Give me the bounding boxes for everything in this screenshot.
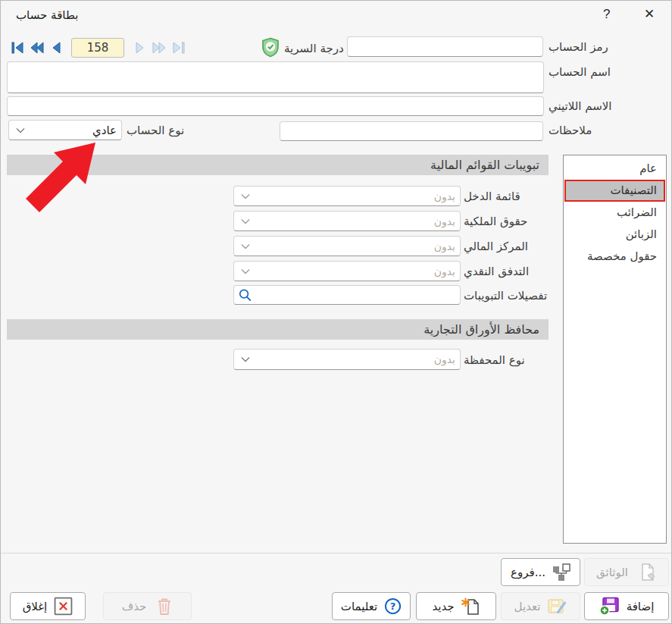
new-button[interactable]: جديد — [416, 592, 496, 620]
notes-input[interactable] — [280, 121, 543, 141]
first-record-icon — [10, 40, 25, 55]
chevron-down-icon — [241, 218, 250, 224]
latin-name-input[interactable] — [7, 96, 544, 116]
documents-button[interactable]: الوثائق — [584, 558, 669, 586]
tab-customers[interactable]: الزبائن — [564, 224, 665, 246]
fast-previous-button[interactable] — [28, 39, 45, 58]
account-code-label: رمز الحساب — [549, 40, 608, 54]
close-label: إغلاق — [23, 600, 48, 613]
portfolio-type-value: بدون — [434, 353, 455, 365]
tab-details-search-input[interactable] — [233, 285, 461, 305]
tab-custom-fields[interactable]: حقول مخصصة — [564, 246, 665, 268]
security-level-label: درجة السرية — [284, 42, 344, 55]
income-statement-label: قائمة الدخل — [464, 190, 520, 203]
account-type-dropdown[interactable]: عادي — [8, 120, 122, 140]
search-icon[interactable] — [238, 288, 252, 303]
financial-position-value: بدون — [434, 240, 455, 252]
red-annotation-arrow — [0, 141, 97, 215]
branches-button[interactable]: فروع... — [501, 558, 580, 586]
account-name-input[interactable] — [7, 61, 544, 93]
edit-label: تعديل — [514, 600, 541, 613]
branches-label: فروع... — [511, 566, 545, 579]
financial-section-header: تبويبات القوائم المالية — [7, 155, 549, 175]
category-tab-list: عام التصنيفات الضرائب الزبائن حقول مخصصة — [563, 155, 667, 544]
tab-taxes[interactable]: الضرائب — [564, 202, 665, 224]
cash-flow-dropdown[interactable]: بدون — [233, 261, 461, 281]
previous-record-button[interactable] — [48, 39, 65, 58]
chevron-down-icon — [241, 268, 250, 274]
chevron-down-icon — [241, 243, 250, 249]
latin-name-label: الاسم اللاتيني — [549, 99, 611, 113]
last-record-button[interactable] — [170, 39, 187, 58]
tab-classifications[interactable]: التصنيفات — [564, 180, 665, 202]
close-button[interactable]: إغلاق — [10, 592, 86, 620]
account-card-window: بطاقة حساب ? ✕ درجة السرية — [0, 0, 672, 624]
fast-next-icon — [152, 40, 167, 55]
new-label: جديد — [432, 600, 454, 613]
account-code-input[interactable] — [347, 36, 543, 57]
notes-label: ملاحظات — [549, 124, 592, 137]
new-page-icon — [461, 597, 480, 616]
window-title: بطاقة حساب — [16, 8, 78, 22]
delete-button[interactable]: حذف — [103, 592, 192, 620]
portfolio-type-dropdown[interactable]: بدون — [233, 349, 461, 370]
equity-label: حقوق الملكية — [464, 215, 527, 228]
help-button[interactable]: تعليمات ? — [332, 592, 411, 620]
next-record-icon — [132, 40, 147, 55]
account-type-value: عادي — [92, 124, 117, 137]
close-icon[interactable]: ✕ — [639, 5, 659, 24]
add-floppy-plus-icon — [599, 597, 620, 616]
add-button[interactable]: إضافة — [584, 592, 669, 620]
close-x-icon — [54, 597, 73, 616]
tab-general[interactable]: عام — [564, 158, 665, 180]
cash-flow-label: التدفق النقدي — [464, 265, 529, 278]
trash-icon — [156, 597, 173, 616]
first-record-button[interactable] — [8, 39, 26, 58]
edit-button[interactable]: تعديل — [501, 592, 580, 620]
security-shield-icon — [261, 37, 280, 58]
tab-details-label: تفصيلات التبويبات — [464, 289, 547, 303]
chevron-down-icon — [241, 193, 250, 199]
fast-next-button[interactable] — [150, 39, 167, 58]
last-record-icon — [171, 40, 186, 55]
income-statement-value: بدون — [434, 190, 455, 202]
delete-label: حذف — [122, 600, 147, 613]
financial-position-dropdown[interactable]: بدون — [233, 236, 461, 256]
record-number-input[interactable] — [71, 38, 124, 58]
org-chart-icon — [552, 563, 570, 582]
next-record-button[interactable] — [130, 39, 148, 58]
add-label: إضافة — [627, 600, 655, 613]
income-statement-dropdown[interactable]: بدون — [233, 186, 461, 206]
chevron-down-icon — [241, 356, 250, 362]
account-name-label: اسم الحساب — [549, 65, 611, 79]
svg-text:?: ? — [390, 600, 396, 612]
footer-divider — [1, 553, 672, 553]
portfolio-section-header: محافظ الأوراق التجارية — [7, 319, 549, 340]
help-icon[interactable]: ? — [599, 5, 614, 24]
financial-position-label: المركز المالي — [464, 240, 528, 253]
account-type-label: نوع الحساب — [127, 124, 184, 137]
previous-record-icon — [49, 40, 64, 55]
record-navigator — [8, 38, 187, 58]
fast-previous-icon — [30, 40, 45, 55]
document-tag-icon — [639, 563, 657, 582]
cash-flow-value: بدون — [434, 265, 455, 278]
help-label: تعليمات — [341, 600, 377, 613]
equity-value: بدون — [434, 215, 455, 227]
documents-label: الوثائق — [596, 566, 628, 579]
portfolio-type-label: نوع المحفظة — [464, 353, 525, 367]
equity-dropdown[interactable]: بدون — [233, 211, 461, 231]
edit-floppy-pencil-icon — [547, 597, 567, 616]
chevron-down-icon — [16, 127, 25, 133]
question-circle-icon: ? — [384, 597, 402, 615]
